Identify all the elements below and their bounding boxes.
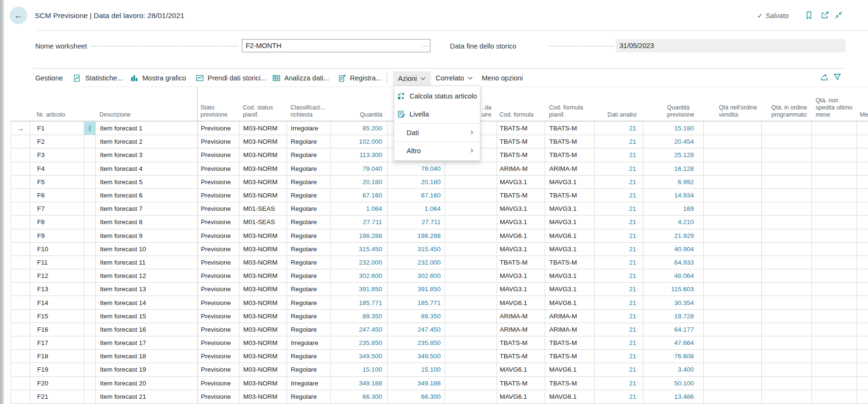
cell-qta_nons[interactable] [812,176,857,188]
cell-class[interactable]: Regolare [287,229,331,242]
cell-formula_p[interactable]: TBATS-M [545,377,595,390]
cell-desc[interactable]: Item forecast 16 [96,323,198,336]
cell-qta_ord[interactable] [704,256,762,269]
cell-qta_ord[interactable] [704,216,762,228]
cell-class[interactable]: Regolare [287,176,331,188]
cell-qta_prog[interactable] [762,269,812,282]
column-header-desc[interactable]: Descrizione [95,87,198,121]
cell-me[interactable] [857,122,868,135]
cell-dati[interactable]: 21 [595,176,643,188]
cell-formula_p[interactable]: TBATS-M [545,256,595,269]
cell-nr[interactable]: F7 [30,202,84,215]
cell-qta_prog[interactable] [762,256,812,269]
cell-formula_p[interactable]: MAVG3.1 [545,283,595,296]
cell-dati[interactable]: 21 [595,229,643,242]
cell-qta_prev[interactable]: 40.904 [643,243,704,256]
cell-qta_nons[interactable] [812,202,857,215]
cell-qta_prev[interactable]: 64.933 [643,256,704,269]
cell-qta_nons[interactable] [812,283,857,296]
cell-me[interactable] [857,310,868,323]
open-in-window-icon[interactable] [821,11,830,20]
cell-codstatus[interactable]: M03-NORM [239,310,287,323]
toolbar-prendi-dati-button[interactable]: Prendi dati storici... [196,69,266,87]
cell-stato[interactable]: Previsione [198,310,239,323]
row-selector-cell[interactable] [11,363,30,376]
cell-nr[interactable]: F10 [30,243,84,256]
menu-item-livella[interactable]: Livella [394,105,480,123]
cell-formula_p[interactable]: ARIMA-M [545,310,595,323]
cell-formula[interactable]: TBATS-M [497,350,545,363]
cell-stato[interactable]: Previsione [198,148,239,161]
cell-class[interactable]: Regolare [287,350,331,363]
cell-formula_p[interactable]: TBATS-M [545,336,595,349]
cell-qta_da[interactable] [445,243,498,256]
cell-qta_ord[interactable] [704,189,762,202]
cell-stato[interactable]: Previsione [198,323,239,336]
cell-qta_nons[interactable] [812,377,857,390]
cell-formula_p[interactable]: TBATS-M [545,135,595,148]
cell-me[interactable] [857,283,868,296]
cell-qta_prev[interactable]: 47.664 [643,336,704,349]
cell-formula[interactable]: ARIMA-M [497,162,545,175]
cell-nr[interactable]: F18 [30,350,84,363]
cell-qta_nons[interactable] [812,122,857,135]
cell-class[interactable]: Regolare [287,256,331,269]
cell-rowmenu[interactable] [84,148,96,161]
cell-qta_nons[interactable] [812,269,857,282]
cell-stato[interactable]: Previsione [198,162,239,175]
cell-nr[interactable]: F2 [30,135,84,148]
cell-codstatus[interactable]: M03-NORM [239,162,287,175]
cell-qta_prev[interactable]: 169 [643,202,704,215]
cell-stato[interactable]: Previsione [198,176,239,188]
share-icon[interactable] [820,73,829,83]
bookmark-icon[interactable] [805,11,815,20]
column-header-formula_p[interactable]: Cod. formula pianif. [545,87,595,121]
cell-qta[interactable]: 79.040 [331,162,388,175]
cell-rowmenu[interactable] [84,135,96,148]
cell-formula_p[interactable]: MAVG3.1 [545,269,595,282]
cell-qta[interactable]: 198.288 [331,229,388,242]
cell-dati[interactable]: 21 [595,216,643,228]
cell-me[interactable] [857,350,868,363]
cell-qta_prog[interactable] [762,189,812,202]
cell-codstatus[interactable]: M03-NORM [239,189,287,202]
cell-qta2[interactable]: 232.000 [388,256,445,269]
cell-formula[interactable]: TBATS-M [497,336,545,349]
cell-qta_prog[interactable] [762,162,812,175]
cell-dati[interactable]: 21 [595,323,643,336]
cell-qta_da[interactable] [445,310,498,323]
cell-qta[interactable]: 391.850 [331,283,388,296]
cell-qta2[interactable]: 315.450 [388,243,445,256]
cell-class[interactable]: Regolare [287,189,331,202]
cell-desc[interactable]: Item forecast 2 [96,135,198,148]
cell-me[interactable] [857,135,868,148]
cell-desc[interactable]: Item forecast 20 [96,377,198,390]
cell-desc[interactable]: Item forecast 21 [96,390,198,403]
cell-desc[interactable]: Item forecast 10 [96,243,198,256]
cell-nr[interactable]: F12 [30,269,84,282]
cell-class[interactable]: Regolare [287,323,331,336]
cell-formula_p[interactable]: TBATS-M [545,122,595,135]
menu-item-calcola-status-articolo[interactable]: Calcola status articolo [394,87,480,105]
cell-stato[interactable]: Previsione [198,296,239,309]
cell-qta_nons[interactable] [812,148,857,161]
cell-qta_nons[interactable] [812,363,857,376]
toolbar-registra-button[interactable]: Registra... [338,69,381,87]
cell-codstatus[interactable]: M03-NORM [239,229,287,242]
row-selector-cell[interactable] [11,216,30,228]
cell-qta2[interactable]: 302.600 [388,269,445,282]
cell-qta_da[interactable] [445,202,498,215]
menu-item-dati[interactable]: Dati › [394,124,480,141]
cell-qta_ord[interactable] [704,350,762,363]
toolbar-gestione[interactable]: Gestione [35,69,63,87]
cell-qta_nons[interactable] [812,189,857,202]
toolbar-analizza-dati-button[interactable]: Analizza dati... [272,69,329,87]
cell-dati[interactable]: 21 [595,296,643,309]
cell-qta[interactable]: 349.500 [331,350,388,363]
cell-qta_prog[interactable] [762,390,812,403]
row-selector-cell[interactable] [11,176,30,188]
cell-stato[interactable]: Previsione [198,256,239,269]
cell-formula[interactable]: MAVG6.1 [497,229,545,242]
cell-qta_prog[interactable] [762,148,812,161]
cell-qta_prev[interactable]: 4.210 [643,216,704,228]
